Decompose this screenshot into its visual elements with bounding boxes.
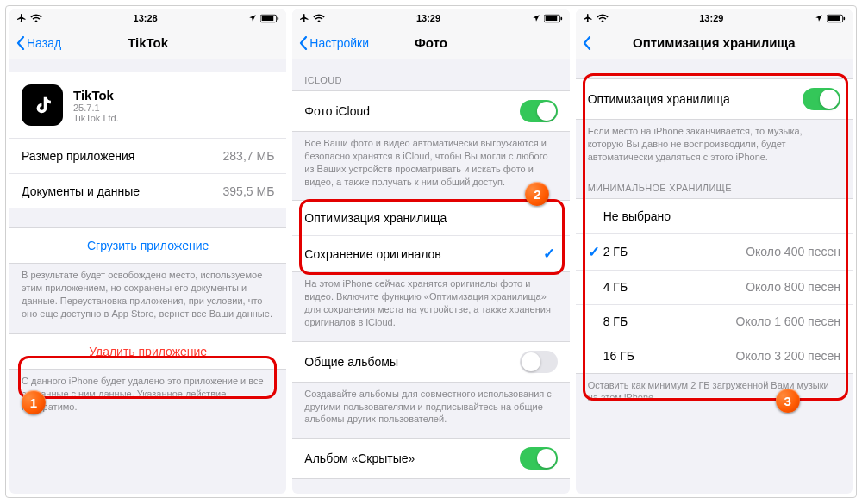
battery-icon — [544, 14, 563, 23]
status-bar: 13:29 — [292, 9, 569, 27]
svg-rect-7 — [843, 16, 845, 19]
back-label: Настройки — [309, 36, 369, 50]
chevron-left-icon — [583, 36, 591, 50]
svg-rect-2 — [262, 16, 274, 20]
option-value: Около 400 песен — [746, 245, 840, 258]
min-storage-group: Не выбрано✓2 ГБОколо 400 песен4 ГБОколо … — [576, 198, 853, 374]
option-label: 16 ГБ — [603, 349, 736, 363]
section-header-minimum: МИНИМАЛЬНОЕ ХРАНИЛИЩЕ — [576, 167, 853, 198]
app-header: TikTok 25.7.1 TikTok Ltd. — [9, 72, 286, 139]
location-icon — [248, 14, 257, 22]
storage-option-row[interactable]: 16 ГБОколо 3 200 песен — [576, 339, 853, 373]
label: Размер приложения — [22, 149, 223, 163]
tiktok-app-icon — [22, 84, 63, 126]
row-optimize-storage[interactable]: Оптимизация хранилища — [292, 201, 569, 235]
shared-albums-toggle[interactable] — [520, 351, 558, 373]
storage-option-row[interactable]: 8 ГБОколо 1 600 песен — [576, 304, 853, 339]
offload-description: В результате будет освобождено место, ис… — [9, 264, 286, 323]
wifi-icon — [597, 14, 609, 22]
storage-option-row[interactable]: Не выбрано — [576, 199, 853, 233]
battery-icon — [827, 14, 846, 23]
hidden-album-toggle[interactable] — [520, 447, 558, 470]
checkmark-icon: ✓ — [584, 243, 603, 261]
status-bar: 13:29 — [576, 9, 853, 27]
option-label: 8 ГБ — [603, 314, 736, 328]
back-button[interactable]: Настройки — [299, 36, 369, 50]
row-optimize-main[interactable]: Оптимизация хранилища — [576, 79, 853, 119]
delete-app-button[interactable]: Удалить приложение — [9, 334, 286, 369]
option-value: Около 800 песен — [746, 280, 840, 294]
airplane-icon — [16, 13, 27, 23]
status-time: 13:28 — [134, 13, 158, 23]
value: 395,5 МБ — [223, 184, 275, 198]
status-bar: 13:28 — [9, 9, 286, 27]
row-hidden-album[interactable]: Альбом «Скрытые» — [292, 439, 569, 478]
nav-bar: Назад TikTok — [9, 27, 286, 59]
wifi-icon — [313, 14, 325, 22]
airplane-icon — [299, 13, 309, 23]
chevron-left-icon — [299, 36, 308, 50]
storage-option-row[interactable]: ✓2 ГБОколо 400 песен — [576, 233, 853, 270]
icloud-photos-toggle[interactable] — [520, 100, 558, 122]
back-button[interactable] — [583, 36, 591, 50]
wifi-icon — [30, 14, 42, 22]
app-name: TikTok — [73, 88, 119, 103]
svg-rect-1 — [278, 16, 279, 19]
screenshot-photos-settings: 13:29 Настройки Фото ICLOUD Фото iCloud … — [292, 9, 569, 494]
location-icon — [815, 14, 823, 22]
screenshot-tiktok-storage: 13:28 Назад TikTok TikTok — [9, 9, 286, 494]
icloud-description: Все Ваши фото и видео автоматически выгр… — [292, 132, 569, 191]
svg-rect-5 — [545, 16, 557, 20]
app-version: 25.7.1 — [73, 103, 119, 113]
option-value: Около 1 600 песен — [736, 314, 840, 328]
row-icloud-photos[interactable]: Фото iCloud — [292, 91, 569, 131]
chevron-left-icon — [16, 36, 25, 50]
row-app-size: Размер приложения 283,7 МБ — [9, 139, 286, 173]
row-keep-originals[interactable]: Сохранение оригиналов ✓ — [292, 235, 569, 271]
optimize-description: На этом iPhone сейчас хранятся оригиналы… — [292, 272, 569, 332]
option-label: 2 ГБ — [603, 245, 746, 258]
svg-rect-4 — [560, 16, 562, 19]
option-label: Не выбрано — [603, 209, 840, 223]
offload-app-button[interactable]: Сгрузить приложение — [9, 228, 286, 263]
page-title: Оптимизация хранилища — [576, 27, 853, 59]
nav-bar: Оптимизация хранилища — [576, 27, 853, 59]
option-label: 4 ГБ — [603, 280, 746, 294]
row-docs-data: Документы и данные 395,5 МБ — [9, 173, 286, 208]
airplane-icon — [583, 13, 593, 23]
screenshot-music-optimize: 13:29 Оптимизация хранилища Оптимизация … — [576, 9, 853, 494]
section-header-icloud: ICLOUD — [292, 59, 569, 90]
location-icon — [532, 14, 540, 22]
svg-rect-8 — [828, 16, 840, 20]
minimum-description: Оставить как минимум 2 ГБ загруженной Ва… — [576, 374, 853, 408]
label: Документы и данные — [22, 184, 223, 198]
nav-bar: Настройки Фото — [292, 27, 569, 59]
row-shared-albums[interactable]: Общие альбомы — [292, 342, 569, 382]
optimize-storage-toggle[interactable] — [803, 88, 840, 110]
checkmark-icon: ✓ — [540, 245, 558, 263]
option-value: Около 3 200 песен — [736, 349, 840, 363]
storage-option-row[interactable]: 4 ГБОколо 800 песен — [576, 270, 853, 304]
value: 283,7 МБ — [223, 149, 275, 163]
back-label: Назад — [27, 36, 61, 50]
status-time: 13:29 — [699, 13, 723, 23]
app-vendor: TikTok Ltd. — [73, 113, 119, 123]
back-button[interactable]: Назад — [16, 36, 61, 50]
optimize-main-description: Если место на iPhone заканчивается, то м… — [576, 120, 853, 167]
delete-description: С данного iPhone будет удалено это прило… — [9, 370, 286, 417]
shared-description: Создавайте альбомы для совместного испол… — [292, 383, 569, 430]
status-time: 13:29 — [416, 13, 440, 23]
battery-icon — [260, 14, 279, 23]
